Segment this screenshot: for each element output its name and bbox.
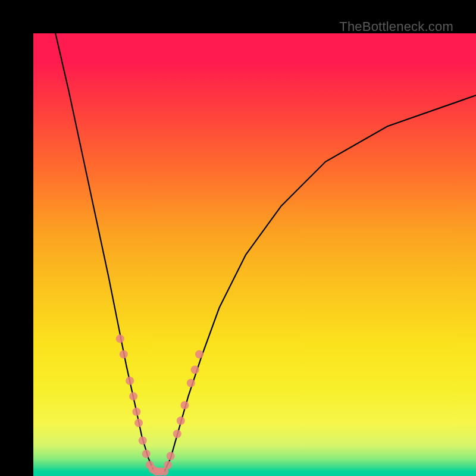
data-marker: [173, 430, 181, 438]
data-marker: [116, 334, 124, 343]
data-marker: [120, 350, 128, 358]
chart-plot-area: [33, 33, 476, 476]
data-marker: [129, 392, 137, 400]
left-curve: [55, 33, 154, 472]
data-marker: [187, 379, 195, 387]
data-marker: [191, 365, 199, 374]
data-marker: [139, 436, 147, 444]
data-marker: [195, 350, 203, 358]
right-curve: [164, 95, 476, 471]
watermark-text: TheBottleneck.com: [339, 19, 453, 35]
data-marker: [164, 461, 172, 469]
data-marker: [142, 450, 151, 458]
chart-frame: TheBottleneck.com: [0, 0, 476, 476]
data-marker: [126, 377, 134, 385]
data-marker: [177, 416, 185, 425]
chart-svg: [33, 33, 476, 476]
data-marker: [180, 401, 189, 409]
data-marker: [134, 419, 143, 427]
data-marker: [132, 408, 140, 416]
data-marker: [167, 452, 175, 461]
marker-layer: [116, 334, 203, 475]
